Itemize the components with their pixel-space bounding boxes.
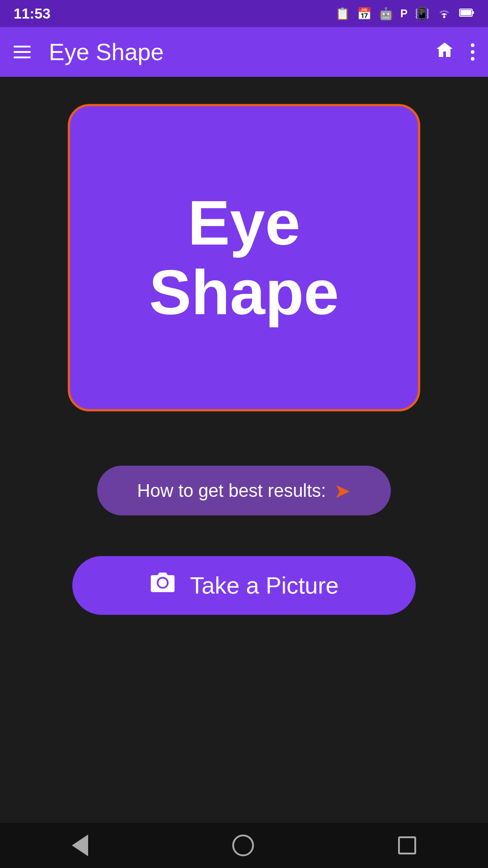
app-bar-actions [435, 40, 474, 64]
home-button[interactable] [435, 40, 455, 64]
clipboard-icon: 📋 [335, 7, 350, 21]
recents-square-icon [398, 836, 416, 854]
arrow-right-icon: ➤ [334, 479, 351, 502]
nav-home-button[interactable] [232, 835, 254, 856]
more-options-button[interactable] [471, 43, 474, 61]
app-title: Eye Shape [49, 38, 435, 66]
hamburger-menu-button[interactable] [14, 46, 31, 58]
battery-icon [459, 7, 474, 21]
svg-rect-2 [460, 10, 471, 15]
take-picture-button[interactable]: Take a Picture [72, 556, 416, 615]
nav-bar [0, 823, 488, 868]
status-time: 11:53 [14, 5, 51, 22]
status-bar: 11:53 📋 📅 🤖 P 📳 [0, 0, 488, 27]
parking-icon: P [400, 7, 408, 20]
how-to-text: How to get best results: ➤ [137, 479, 351, 502]
app-bar: Eye Shape [0, 27, 488, 77]
status-icons: 📋 📅 🤖 P 📳 [335, 6, 474, 22]
eye-shape-card: Eye Shape [68, 104, 420, 411]
camera-icon [149, 569, 176, 602]
calendar-icon: 📅 [357, 7, 371, 21]
take-picture-label: Take a Picture [190, 572, 339, 599]
back-icon [72, 835, 88, 856]
home-circle-icon [232, 835, 254, 856]
nav-back-button[interactable] [72, 835, 88, 856]
android-icon: 🤖 [379, 7, 393, 21]
vibrate-icon: 📳 [415, 7, 429, 21]
nav-recents-button[interactable] [398, 836, 416, 854]
svg-rect-3 [472, 11, 474, 14]
wifi-icon [436, 6, 452, 22]
main-content: Eye Shape How to get best results: ➤ Tak… [0, 77, 488, 823]
how-to-button[interactable]: How to get best results: ➤ [97, 466, 391, 515]
svg-point-0 [443, 16, 446, 18]
eye-shape-card-text: Eye Shape [149, 188, 339, 327]
